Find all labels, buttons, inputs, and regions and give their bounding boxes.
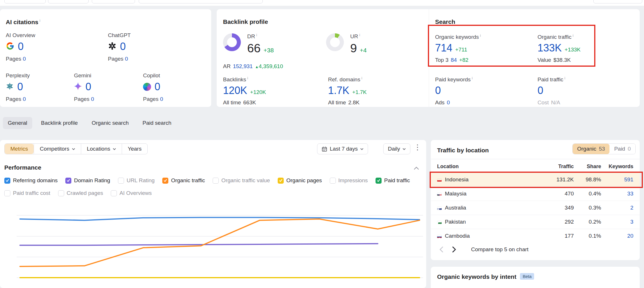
chatgpt-count[interactable]: 0 xyxy=(120,41,126,53)
checkbox-referring-domains[interactable]: Referring domains xyxy=(4,177,58,184)
organic-traffic-value-link[interactable]: 133K xyxy=(538,42,562,54)
pages-count-link[interactable]: 0 xyxy=(23,56,26,62)
checkbox-paid-traffic-cost[interactable]: Paid traffic cost xyxy=(4,190,50,196)
toggle-paid[interactable]: Paid0 xyxy=(609,144,635,154)
ai-overview-count[interactable]: 0 xyxy=(18,41,24,53)
checkbox-impressions[interactable]: Impressions xyxy=(330,177,368,184)
performance-line-chart[interactable] xyxy=(17,201,423,288)
card-divider xyxy=(429,9,429,107)
ai-item-copilot: Copilot 0 Pages 0 xyxy=(143,72,209,102)
malaysia-flag-icon xyxy=(437,193,442,196)
pakistan-flag-icon xyxy=(437,221,442,224)
keywords-count-link[interactable]: 2 xyxy=(601,205,633,211)
paid-keywords-value-link[interactable]: 0 xyxy=(435,85,441,97)
info-icon[interactable]: i xyxy=(39,18,40,23)
dr-delta: +38 xyxy=(264,47,274,54)
checkbox-paid-traffic[interactable]: Paid traffic xyxy=(376,177,410,184)
info-icon[interactable]: i xyxy=(573,33,573,38)
keywords-count-link[interactable]: 3 xyxy=(601,219,633,225)
top-cutoff-box[interactable] xyxy=(139,0,263,3)
copilot-icon xyxy=(143,83,151,91)
checkbox-ai-overviews[interactable]: AI Overviews xyxy=(111,190,152,196)
info-icon[interactable]: i xyxy=(256,33,257,37)
backlinks-metric: Backlinksi 120K+120K All time663K xyxy=(223,76,266,106)
info-icon[interactable]: i xyxy=(247,76,248,80)
gemini-count[interactable]: 0 xyxy=(85,81,91,93)
more-options-icon[interactable]: ⋮ xyxy=(414,144,421,150)
ai-citations-card: AI citationsi AI Overview 0 Pages 0 Chat… xyxy=(0,9,211,107)
checkbox-box xyxy=(213,178,219,184)
top-cutoff-box[interactable] xyxy=(92,0,135,3)
ads-count-link[interactable]: 0 xyxy=(447,99,450,106)
info-icon[interactable]: i xyxy=(564,76,565,80)
dr-donut-chart xyxy=(223,33,241,51)
pages-count-link[interactable]: 0 xyxy=(23,96,26,102)
checkbox-domain-rating[interactable]: Domain Rating xyxy=(65,177,110,184)
segment-locations[interactable]: Locations xyxy=(81,144,122,154)
collapse-chevron-up-icon[interactable] xyxy=(414,166,419,170)
performance-title: Performance xyxy=(4,164,41,171)
tab-paid-search[interactable]: Paid search xyxy=(138,117,176,129)
tab-general[interactable]: General xyxy=(3,117,32,129)
keywords-count-link[interactable]: 591 xyxy=(601,176,633,183)
tab-backlink-profile[interactable]: Backlink profile xyxy=(36,117,83,129)
top-cutoff-box[interactable] xyxy=(48,0,89,3)
traffic-by-location-card: Traffic by location Organic53 Paid0 Loca… xyxy=(431,140,640,260)
ai-item-ai-overview: AI Overview 0 Pages 0 xyxy=(6,32,72,62)
table-row-cambodia[interactable]: Cambodia 177 0.1% 20 xyxy=(431,229,640,243)
ref-domains-value-link[interactable]: 1.7K xyxy=(328,85,349,97)
copilot-count[interactable]: 0 xyxy=(155,81,160,93)
table-row-australia[interactable]: Australia 349 0.3% 2 xyxy=(431,201,640,215)
perplexity-count[interactable]: 0 xyxy=(17,81,23,93)
checkbox-crawled-pages[interactable]: Crawled pages xyxy=(58,190,103,196)
ur-metric: URi 9+4 xyxy=(350,33,367,55)
pages-count-link[interactable]: 0 xyxy=(160,96,163,102)
checkbox-organic-traffic[interactable]: Organic traffic xyxy=(162,177,205,184)
date-range-button[interactable]: Last 7 days xyxy=(317,143,368,154)
table-row-indonesia[interactable]: Indonesia 131.2K 98.8% 591 xyxy=(431,172,640,187)
segment-competitors[interactable]: Competitors xyxy=(34,144,81,154)
compare-top5-link[interactable]: Compare top 5 on chart xyxy=(471,246,529,253)
granularity-button[interactable]: Daily xyxy=(383,143,410,154)
checkbox-box xyxy=(111,190,117,196)
segment-years[interactable]: Years xyxy=(122,144,147,154)
search-title: Search xyxy=(435,18,455,25)
next-page-icon[interactable] xyxy=(452,247,456,252)
info-icon[interactable]: i xyxy=(472,76,473,80)
ar-row: AR 152,931 ▲4,359,610 xyxy=(223,63,283,70)
toggle-organic[interactable]: Organic53 xyxy=(573,144,610,154)
top-cutoff-box[interactable] xyxy=(593,0,642,3)
top-cutoff-box[interactable] xyxy=(4,0,46,3)
prev-page-icon[interactable] xyxy=(439,247,443,252)
organic-keywords-value-link[interactable]: 714 xyxy=(435,42,452,54)
organic-paid-toggle: Organic53 Paid0 xyxy=(572,143,636,154)
table-row-pakistan[interactable]: Pakistan 292 0.2% 3 xyxy=(431,215,640,229)
info-icon[interactable]: i xyxy=(359,33,360,37)
pages-count-link[interactable]: 0 xyxy=(91,96,94,102)
top3-count-link[interactable]: 84 xyxy=(451,57,457,63)
checkbox-url-rating[interactable]: URL Rating xyxy=(118,177,155,184)
checkbox-organic-traffic-value[interactable]: Organic traffic value xyxy=(213,177,270,184)
checkbox-box xyxy=(65,178,71,184)
metrics-segmented-control: Metrics Competitors Locations Years xyxy=(4,143,148,154)
segment-metrics[interactable]: Metrics xyxy=(5,144,34,154)
info-icon[interactable]: i xyxy=(480,33,481,38)
table-row-malaysia[interactable]: Malaysia 470 0.4% 33 xyxy=(431,187,640,201)
checkbox-organic-pages[interactable]: Organic pages xyxy=(278,177,322,184)
checkbox-box xyxy=(4,190,10,196)
location-table-header: Location Traffic Share Keywords xyxy=(431,164,640,170)
info-icon[interactable]: i xyxy=(361,76,362,80)
pages-count-link[interactable]: 0 xyxy=(125,56,128,62)
checkbox-box xyxy=(118,178,124,184)
paid-traffic-metric: Paid traffici 0 CostN/A xyxy=(538,76,565,106)
keywords-count-link[interactable]: 20 xyxy=(601,233,633,239)
paid-traffic-value-link[interactable]: 0 xyxy=(538,85,543,97)
tab-organic-search[interactable]: Organic search xyxy=(87,117,134,129)
ar-value-link[interactable]: 152,931 xyxy=(233,63,253,70)
ai-item-gemini: Gemini 0 Pages 0 xyxy=(74,72,140,102)
domain-overview-page: AI citationsi AI Overview 0 Pages 0 Chat… xyxy=(0,0,644,288)
ai-item-perplexity: Perplexity 0 Pages 0 xyxy=(6,72,72,102)
keywords-count-link[interactable]: 33 xyxy=(601,191,633,197)
backlinks-value-link[interactable]: 120K xyxy=(223,85,247,97)
checkbox-box xyxy=(4,178,10,184)
